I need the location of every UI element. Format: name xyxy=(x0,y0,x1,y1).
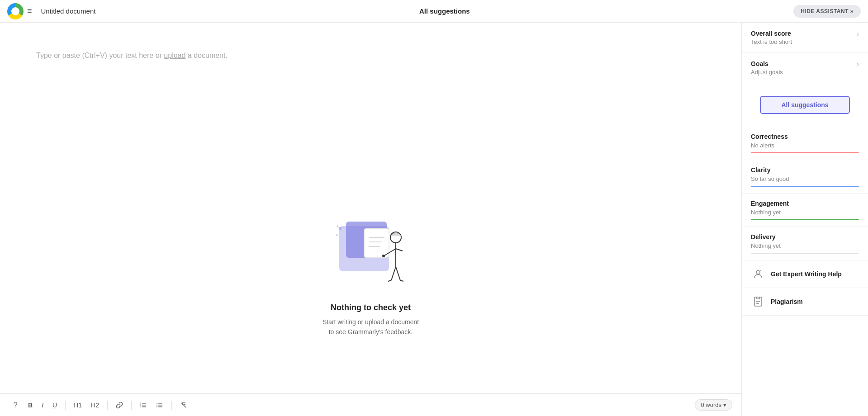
toolbar-separator-2 xyxy=(107,401,108,410)
delivery-name: Delivery xyxy=(751,233,859,241)
editor-textarea[interactable] xyxy=(36,50,705,165)
toolbar-separator-4 xyxy=(171,401,172,410)
svg-text:3: 3 xyxy=(140,406,142,408)
correctness-status: No alerts xyxy=(751,142,859,149)
overall-score-chevron: › xyxy=(857,30,859,38)
h1-button[interactable]: H1 xyxy=(71,400,85,411)
engagement-bar xyxy=(751,219,859,220)
toolbar-separator-3 xyxy=(131,401,132,410)
svg-rect-24 xyxy=(158,403,162,404)
clarity-status: So far so good xyxy=(751,175,859,182)
svg-point-31 xyxy=(756,270,760,274)
correctness-category[interactable]: Correctness No alerts xyxy=(742,127,868,160)
svg-rect-20 xyxy=(142,407,146,407)
word-count-button[interactable]: 0 words ▾ xyxy=(695,399,732,411)
goals-subtitle: Adjust goals xyxy=(751,69,853,76)
h2-button[interactable]: H2 xyxy=(88,400,102,411)
svg-point-28 xyxy=(157,404,157,405)
clarity-name: Clarity xyxy=(751,166,859,174)
toolbar: ? B I U H1 H2 1 2 xyxy=(0,393,741,416)
bold-button[interactable]: B xyxy=(25,400,35,411)
right-panel: Overall score Text is too short › Goals … xyxy=(741,23,868,416)
main-title: All suggestions xyxy=(95,7,793,15)
plagiarism-label: Plagiarism xyxy=(771,298,803,305)
delivery-category[interactable]: Delivery Nothing yet xyxy=(742,227,868,260)
svg-line-30 xyxy=(181,403,186,407)
svg-line-17 xyxy=(337,225,338,228)
svg-point-16 xyxy=(336,234,338,236)
illustration-area: Nothing to check yet Start writing or up… xyxy=(36,185,705,355)
ordered-list-button[interactable]: 1 2 3 xyxy=(137,400,150,411)
svg-rect-18 xyxy=(142,403,146,404)
main-layout: Type or paste (Ctrl+V) your text here or… xyxy=(0,23,868,416)
underline-button[interactable]: U xyxy=(50,400,60,411)
clear-format-button[interactable] xyxy=(177,400,190,411)
unordered-list-button[interactable] xyxy=(153,400,166,411)
svg-point-15 xyxy=(339,227,342,230)
editor-content: Type or paste (Ctrl+V) your text here or… xyxy=(0,23,741,393)
svg-line-10 xyxy=(388,280,391,281)
help-button[interactable]: ? xyxy=(9,399,22,411)
expert-writing-item[interactable]: Get Expert Writing Help xyxy=(742,260,868,288)
svg-line-11 xyxy=(400,280,403,281)
overall-score-title: Overall score xyxy=(751,30,853,37)
all-suggestions-container: All suggestions xyxy=(742,83,868,127)
goals-section[interactable]: Goals Adjust goals › xyxy=(742,53,868,83)
svg-rect-26 xyxy=(158,407,162,407)
expert-icon xyxy=(751,267,765,281)
toolbar-separator-1 xyxy=(65,401,66,410)
nothing-title: Nothing to check yet xyxy=(331,303,411,312)
svg-line-8 xyxy=(391,267,396,280)
goals-title: Goals xyxy=(751,60,853,67)
overall-score-subtitle: Text is too short xyxy=(751,38,853,45)
engagement-name: Engagement xyxy=(751,200,859,207)
document-title: Untitled document xyxy=(41,7,96,15)
goals-chevron: › xyxy=(857,60,859,68)
svg-point-27 xyxy=(157,402,157,403)
hide-assistant-button[interactable]: HIDE ASSISTANT » xyxy=(793,5,861,18)
svg-line-9 xyxy=(396,267,400,280)
plagiarism-icon xyxy=(751,294,765,309)
illustration-svg xyxy=(326,203,416,294)
delivery-status: Nothing yet xyxy=(751,242,859,249)
svg-rect-19 xyxy=(142,405,146,406)
expert-writing-label: Get Expert Writing Help xyxy=(771,270,842,278)
link-button[interactable] xyxy=(113,400,126,411)
clarity-category[interactable]: Clarity So far so good xyxy=(742,160,868,194)
svg-rect-2 xyxy=(364,228,389,258)
plagiarism-item[interactable]: Plagiarism xyxy=(742,288,868,316)
overall-score-section[interactable]: Overall score Text is too short › xyxy=(742,23,868,53)
engagement-category[interactable]: Engagement Nothing yet xyxy=(742,194,868,227)
correctness-name: Correctness xyxy=(751,133,859,140)
editor-area: Type or paste (Ctrl+V) your text here or… xyxy=(0,23,741,416)
nothing-desc: Start writing or upload a documentto see… xyxy=(323,317,419,337)
engagement-status: Nothing yet xyxy=(751,209,859,216)
hamburger-button[interactable]: ≡ xyxy=(24,5,36,18)
svg-line-6 xyxy=(396,249,403,251)
top-bar: ≡ Untitled document All suggestions HIDE… xyxy=(0,0,868,23)
correctness-bar xyxy=(751,152,859,153)
clarity-bar xyxy=(751,186,859,187)
svg-point-7 xyxy=(382,255,385,257)
svg-point-29 xyxy=(157,406,157,407)
italic-button[interactable]: I xyxy=(39,400,46,411)
logo-button[interactable] xyxy=(7,3,24,19)
delivery-bar xyxy=(751,253,859,254)
svg-rect-25 xyxy=(158,405,162,406)
all-suggestions-button[interactable]: All suggestions xyxy=(760,96,850,114)
